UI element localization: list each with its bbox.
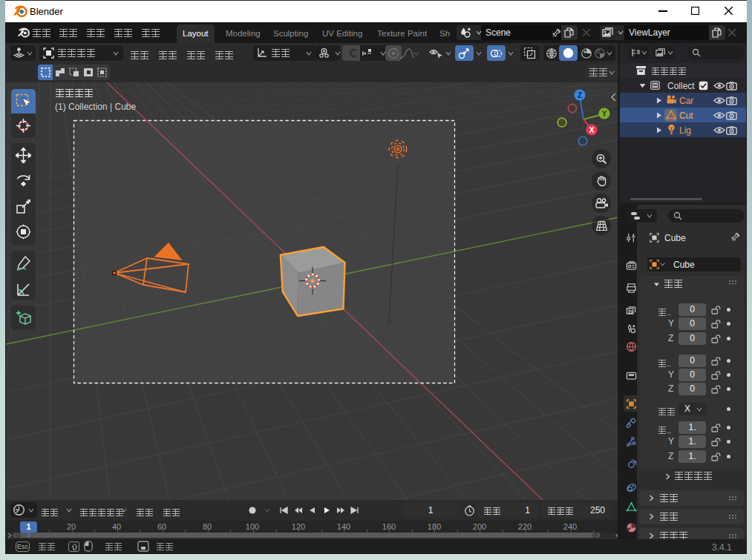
svg-text:Z: Z <box>578 91 582 99</box>
svg-text:Y: Y <box>602 110 607 118</box>
svg-text:X: X <box>589 126 595 134</box>
